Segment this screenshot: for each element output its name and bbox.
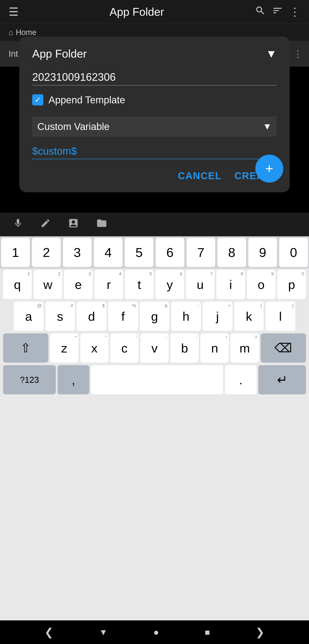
- breadcrumb-home-label[interactable]: Home: [16, 28, 36, 37]
- keyboard-a-row: a@ s# d$ f% g& h- j+ k( l): [0, 300, 309, 332]
- keyboard-z-row: ⇧ z* x" c' v: b; n! m? ⌫: [0, 332, 309, 364]
- key-a[interactable]: a@: [14, 302, 43, 331]
- key-c[interactable]: c': [110, 334, 139, 362]
- key-x[interactable]: x": [80, 334, 109, 362]
- key-z[interactable]: z*: [50, 334, 78, 362]
- key-b[interactable]: b;: [170, 334, 199, 362]
- mic-icon[interactable]: [13, 218, 23, 231]
- filename-input[interactable]: [32, 71, 277, 83]
- key-k[interactable]: k(: [234, 302, 264, 331]
- nav-square-icon[interactable]: ■: [205, 628, 210, 637]
- custom-variable-dropdown-arrow: ▼: [263, 121, 272, 132]
- modal-dropdown-icon[interactable]: ▼: [266, 47, 277, 60]
- key-g[interactable]: g&: [140, 302, 170, 331]
- backspace-key[interactable]: ⌫: [261, 334, 306, 362]
- checkmark-icon: ✓: [34, 96, 41, 104]
- custom-var-input[interactable]: [32, 145, 277, 157]
- key-u[interactable]: u7: [186, 270, 215, 299]
- nav-recent-icon[interactable]: ●: [153, 627, 159, 638]
- key-e[interactable]: e3: [64, 270, 93, 299]
- key-5[interactable]: 5: [124, 238, 154, 267]
- create-folder-modal: App Folder ▼ ✓ Append Template Custom Va…: [19, 36, 290, 192]
- enter-key[interactable]: ↵: [258, 365, 306, 394]
- key-p[interactable]: p0: [277, 270, 306, 299]
- hamburger-icon[interactable]: ☰: [8, 5, 19, 18]
- custom-variable-label: Custom Variable: [37, 121, 110, 132]
- pen-icon[interactable]: [40, 218, 51, 231]
- fab-button[interactable]: +: [255, 155, 283, 182]
- key-h[interactable]: h-: [171, 302, 201, 331]
- keyboard-bottom-row: ?123 , . ↵: [0, 364, 309, 396]
- app-bar-title: App Folder: [25, 5, 249, 18]
- filename-input-container: [32, 71, 277, 86]
- folder-icon[interactable]: [96, 218, 107, 231]
- fab-plus-icon: +: [265, 161, 273, 176]
- bottom-toolbar: [0, 213, 309, 236]
- append-template-checkbox[interactable]: ✓: [32, 94, 43, 106]
- append-template-label: Append Template: [48, 94, 125, 106]
- home-icon: ⌂: [8, 28, 13, 37]
- key-d[interactable]: d$: [77, 302, 106, 331]
- key-f[interactable]: f%: [108, 302, 138, 331]
- key-9[interactable]: 9: [248, 238, 277, 267]
- key-4[interactable]: 4: [94, 238, 123, 267]
- key-y[interactable]: y6: [155, 270, 184, 299]
- key-6[interactable]: 6: [155, 238, 185, 267]
- key-1[interactable]: 1: [1, 238, 30, 267]
- key-w[interactable]: w2: [33, 270, 62, 299]
- modal-header: App Folder ▼: [32, 47, 277, 60]
- key-v[interactable]: v:: [140, 334, 169, 362]
- keyboard-numbers-row: 1 2 3 4 5 6 7 8 9 0: [0, 236, 309, 268]
- nav-home-icon[interactable]: ▼: [99, 628, 108, 637]
- period-key[interactable]: .: [225, 365, 257, 394]
- append-template-row: ✓ Append Template: [32, 94, 277, 106]
- content-partial-text: Int: [8, 49, 18, 59]
- sort-icon[interactable]: [272, 5, 283, 18]
- custom-variable-dropdown[interactable]: Custom Variable ▼: [32, 116, 277, 136]
- keyboard-q-row: q1 w2 e3 r4 t5 y6 u7 i8 o9 p0: [0, 268, 309, 300]
- key-l[interactable]: l): [266, 302, 295, 331]
- key-0[interactable]: 0: [279, 238, 308, 267]
- space-key[interactable]: [91, 365, 223, 394]
- key-q[interactable]: q1: [3, 270, 32, 299]
- key-3[interactable]: 3: [63, 238, 92, 267]
- key-j[interactable]: j+: [203, 302, 232, 331]
- numbers-key[interactable]: ?123: [3, 365, 56, 394]
- more-icon[interactable]: ⋮: [289, 5, 301, 18]
- key-8[interactable]: 8: [217, 238, 246, 267]
- app-bar: ☰ App Folder ⋮: [0, 0, 309, 24]
- breadcrumb-text: ⌂ Home: [8, 28, 36, 37]
- custom-var-input-container: [32, 145, 277, 159]
- nav-bar: ❮ ▼ ● ■ ❯: [0, 620, 309, 644]
- key-7[interactable]: 7: [186, 238, 215, 267]
- key-2[interactable]: 2: [32, 238, 61, 267]
- key-m[interactable]: m?: [231, 334, 259, 362]
- key-s[interactable]: s#: [45, 302, 75, 331]
- key-o[interactable]: o9: [247, 270, 276, 299]
- comma-key[interactable]: ,: [57, 365, 89, 394]
- search-icon[interactable]: [255, 5, 266, 18]
- key-t[interactable]: t5: [125, 270, 154, 299]
- cancel-button[interactable]: CANCEL: [178, 170, 222, 182]
- modal-buttons: CANCEL CREATE: [32, 170, 277, 182]
- task-icon[interactable]: [68, 218, 79, 231]
- nav-back-icon[interactable]: ❮: [44, 626, 53, 638]
- keyboard: 1 2 3 4 5 6 7 8 9 0 q1 w2 e3 r4 t5 y6 u7…: [0, 236, 309, 644]
- shift-key[interactable]: ⇧: [3, 334, 48, 362]
- modal-title: App Folder: [32, 47, 87, 60]
- key-r[interactable]: r4: [94, 270, 123, 299]
- key-n[interactable]: n!: [200, 334, 229, 362]
- content-more-icon[interactable]: ⋮: [293, 48, 303, 59]
- nav-forward-icon[interactable]: ❯: [256, 626, 265, 638]
- key-i[interactable]: i8: [216, 270, 245, 299]
